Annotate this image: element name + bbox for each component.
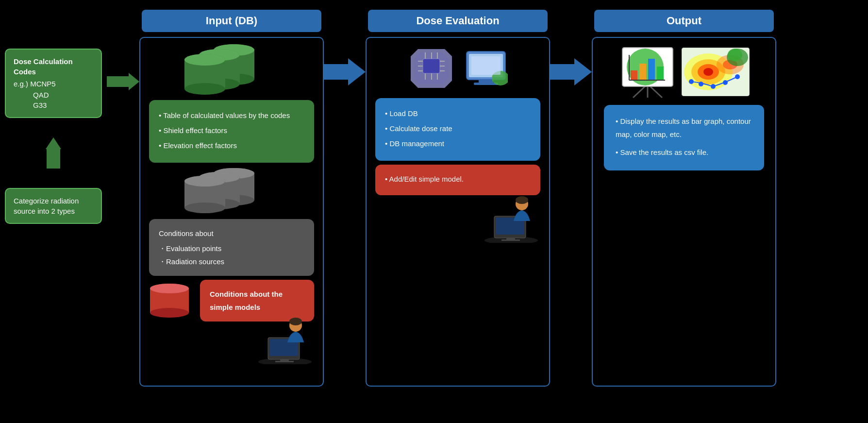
- dose-calc-codes-box: Dose Calculation Codes e.g.) MCNP5 QAD G…: [5, 49, 102, 118]
- red-cylinder-svg: [149, 283, 190, 319]
- input-border: Table of calculated values by the codes …: [139, 37, 324, 387]
- gray-item-2: ・Radiation sources: [159, 255, 304, 268]
- green-cylinders: [183, 43, 280, 96]
- left-arrow-head: [129, 73, 139, 90]
- gray-item-1: ・Evaluation points: [159, 242, 304, 255]
- red-cylinder: [149, 283, 198, 319]
- left-column: Dose Calculation Codes e.g.) MCNP5 QAD G…: [5, 49, 102, 224]
- dose-red-box: Add/Edit simple model.: [375, 165, 540, 195]
- arrow-body-up: [47, 149, 60, 169]
- svg-rect-60: [501, 239, 520, 241]
- red-box-title: Conditions about the simple models: [210, 288, 304, 314]
- svg-point-11: [184, 54, 225, 66]
- dose-to-output-arrow: [550, 58, 592, 85]
- dose-header: Dose Evaluation: [368, 10, 548, 32]
- output-blue-item-2: Save the results as csv file.: [616, 146, 752, 159]
- circuit-board-icon: [408, 47, 454, 90]
- categorize-text: Categorize radiation source into 2 types: [14, 196, 93, 216]
- svg-point-23: [184, 176, 225, 186]
- input-green-box: Table of calculated values by the codes …: [149, 100, 314, 163]
- dose-calc-subtitle: e.g.) MCNP5: [14, 79, 93, 89]
- dose-blue-item-3: DB management: [385, 137, 531, 150]
- h-arrow-head-1: [348, 58, 366, 85]
- main-diagram: Dose Calculation Codes e.g.) MCNP5 QAD G…: [0, 0, 868, 423]
- input-gray-box: Conditions about ・Evaluation points ・Rad…: [149, 219, 314, 276]
- person-computer-dose: [375, 194, 540, 243]
- green-item-1: Table of calculated values by the codes: [159, 109, 304, 122]
- dose-calc-title: Dose Calculation Codes: [14, 56, 93, 77]
- svg-point-10: [184, 83, 225, 95]
- gray-cylinders: [183, 167, 280, 215]
- output-blue-box: Display the results as bar graph, contou…: [604, 105, 764, 170]
- person-computer-svg-dose: [482, 194, 540, 243]
- svg-point-34: [289, 318, 302, 325]
- person-computer-input: [149, 316, 314, 364]
- h-arrow-body-2: [550, 64, 574, 80]
- svg-rect-71: [657, 67, 664, 80]
- dose-calc-item2: G33: [33, 100, 93, 110]
- dose-blue-item-1: Load DB: [385, 107, 531, 120]
- left-arrow-body: [107, 76, 129, 87]
- categorize-box: Categorize radiation source into 2 types: [5, 188, 102, 224]
- svg-rect-69: [639, 64, 646, 80]
- green-item-3: Elevation effect factors: [159, 139, 304, 152]
- svg-point-26: [150, 308, 189, 318]
- h-arrow-head-2: [574, 58, 592, 85]
- svg-point-78: [703, 68, 713, 76]
- input-to-dose-arrow: [324, 58, 366, 85]
- svg-rect-68: [631, 70, 637, 80]
- output-border: Display the results as bar graph, contou…: [592, 37, 776, 387]
- person-computer-svg-input: [256, 316, 314, 364]
- svg-point-27: [150, 284, 189, 293]
- left-to-input-arrow: [107, 73, 139, 90]
- cylinder-front: [183, 52, 227, 101]
- gray-box-title: Conditions about: [159, 227, 304, 240]
- dose-calc-item1: QAD: [33, 90, 93, 100]
- dose-section: Dose Evaluation: [366, 10, 550, 387]
- svg-rect-70: [648, 59, 655, 80]
- dose-blue-item-2: Calculate dose rate: [385, 122, 531, 135]
- svg-point-87: [728, 49, 742, 61]
- contour-map-icon: [682, 48, 750, 96]
- h-arrow-body-1: [324, 64, 348, 80]
- pc-monitor-icon: [464, 47, 508, 90]
- input-section: Input (DB): [139, 10, 324, 387]
- arrow-head-up: [46, 137, 61, 149]
- output-header: Output: [594, 10, 774, 32]
- svg-point-22: [184, 203, 225, 213]
- gray-cylinder-front: [183, 174, 227, 218]
- vertical-arrow: [5, 137, 102, 169]
- svg-rect-37: [423, 59, 440, 73]
- output-images-row: [618, 45, 750, 99]
- output-section: Output: [592, 10, 776, 387]
- dose-red-text: Add/Edit simple model.: [385, 172, 531, 186]
- green-item-2: Shield effect factors: [159, 124, 304, 137]
- dose-blue-box: Load DB Calculate dose rate DB managemen…: [375, 98, 540, 161]
- svg-point-62: [516, 196, 528, 204]
- input-header: Input (DB): [142, 10, 321, 32]
- dose-icons-row: [408, 47, 508, 90]
- bar-chart-icon: [618, 45, 677, 99]
- dose-border: Load DB Calculate dose rate DB managemen…: [366, 37, 550, 387]
- svg-rect-32: [275, 361, 294, 362]
- svg-rect-55: [471, 56, 501, 75]
- output-blue-item-1: Display the results as bar graph, contou…: [616, 115, 752, 141]
